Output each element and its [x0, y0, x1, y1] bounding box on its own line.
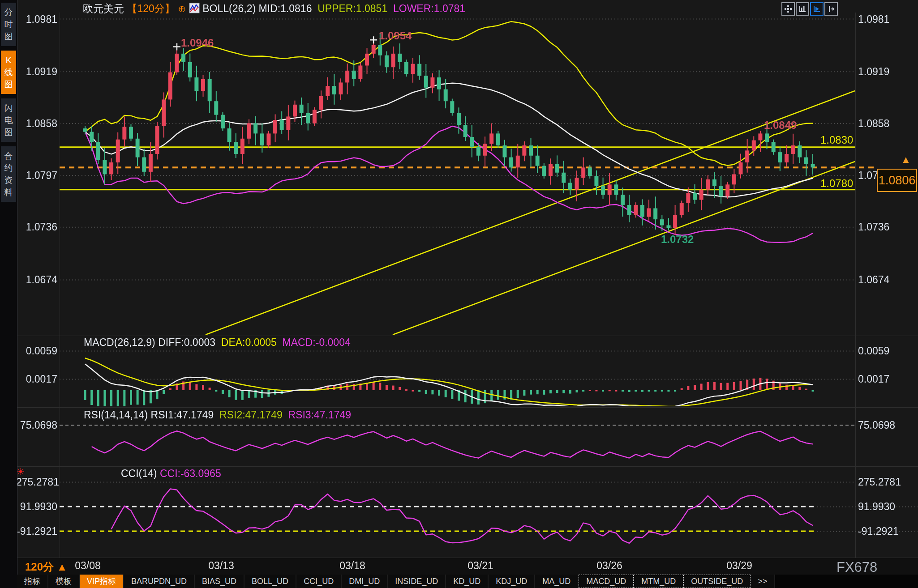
sidebar-char: 线: [1, 66, 16, 78]
plus-circle-icon[interactable]: ⊕: [178, 3, 186, 14]
toolbar-tab[interactable]: VIP指标: [80, 575, 124, 588]
period-selector[interactable]: 120分 ▲: [25, 560, 67, 574]
x-axis-date: 03/29: [719, 560, 759, 572]
cci-axis-label: -91.2921: [858, 525, 899, 537]
x-axis-date: 03/08: [68, 560, 108, 572]
toolbar-tab[interactable]: MACD_UD: [579, 575, 634, 588]
toolbar-tab[interactable]: MA_UD: [535, 575, 579, 588]
collapse-right-icon[interactable]: [824, 2, 838, 16]
macd-axis-label: 0.0059: [858, 345, 899, 357]
cci-axis-label: 275.2781: [16, 476, 57, 488]
sidebar-char: 图: [1, 78, 16, 90]
period-badge[interactable]: 【120分】: [127, 3, 175, 14]
x-axis-date: 03/13: [201, 560, 241, 572]
macd-dea-value: DEA:0.0005: [221, 337, 277, 348]
toolbar-tab[interactable]: OUTSIDE_UD: [683, 575, 751, 588]
rsi3-value: RSI3:47.1749: [288, 409, 352, 421]
boll-lower: LOWER:1.0781: [393, 3, 465, 14]
cci-axis-label: 275.2781: [858, 476, 899, 488]
sidebar-char: 分: [1, 6, 16, 18]
price-arrow-icon[interactable]: ▲: [901, 154, 911, 166]
sidebar-char: K: [1, 54, 16, 66]
y-axis-label: 1.0981: [858, 13, 899, 26]
chart-header: 欧元美元 【120分】 ⊕ BOLL(26,2) MID:1.0816 UPPE…: [83, 2, 465, 16]
toolbar-tab[interactable]: DMI_UD: [342, 575, 388, 588]
boll-label: BOLL(26,2): [202, 3, 256, 14]
rsi-axis-label: 75.0698: [858, 419, 899, 431]
last-price-tag: 1.0806: [877, 169, 917, 192]
y-axis-label: 1.0858: [858, 118, 899, 130]
rsi-readout: RSI(14,14,14) RSI1:47.1749 RSI2:47.1749 …: [84, 409, 351, 421]
macd-title: MACD(26,12,9): [84, 337, 155, 348]
macd-axis-label: 0.0059: [16, 345, 57, 357]
sidebar-char: 合: [1, 150, 16, 162]
sidebar-char: 时: [1, 18, 16, 30]
sidebar-char: 料: [1, 186, 16, 198]
y-axis-label: 1.0674: [858, 274, 899, 286]
toolbar-tab[interactable]: BIAS_UD: [195, 575, 245, 588]
y-axis-label: 1.0919: [16, 66, 57, 78]
y-axis-label: 1.0674: [16, 274, 57, 286]
x-axis-date: 03/18: [332, 560, 373, 572]
macd-axis-label: 0.0017: [858, 373, 899, 385]
toolbar-tab[interactable]: MTM_UD: [634, 575, 683, 588]
sidebar-char: 闪: [1, 102, 16, 114]
toolbar-tab[interactable]: BARUPDN_UD: [124, 575, 195, 588]
swing-high-annotation: 1.0946: [181, 37, 214, 49]
chart-terminal: 分时图 K线图 闪电图 合约资料 欧元美元 【120分】 ⊕ BOLL(26,2…: [0, 0, 918, 588]
swing-high-annotation: 1.0954: [379, 30, 412, 42]
sidebar-item-contract-info[interactable]: 合约资料: [1, 146, 16, 202]
sidebar-item-kline-chart[interactable]: K线图: [1, 51, 16, 94]
rsi1-value: RSI1:47.1749: [151, 409, 214, 421]
rsi-axis-label: 75.0698: [16, 419, 57, 431]
macd-readout: MACD(26,12,9) DIFF:0.0003 DEA:0.0005 MAC…: [84, 337, 351, 349]
y-axis-label: 1.0981: [16, 13, 57, 26]
sidebar-char: 图: [1, 126, 16, 138]
cci-axis-label: 91.9930: [858, 501, 899, 513]
price-chart-canvas[interactable]: [0, 0, 918, 588]
x-axis-date: 03/26: [589, 560, 630, 572]
chart-type-icon[interactable]: [189, 3, 200, 13]
toolbar-tab[interactable]: 指标: [17, 575, 48, 588]
toolbar-tab[interactable]: 模板: [48, 575, 80, 588]
sidebar-char: 电: [1, 114, 16, 126]
support-level-label: 1.0780: [820, 177, 853, 190]
y-axis-label: 1.0797: [16, 170, 57, 182]
cci-title: CCI(14): [121, 468, 157, 479]
boll-upper: UPPER:1.0851: [317, 3, 387, 14]
sidebar-char: 资: [1, 174, 16, 186]
cci-axis-label: 91.9930: [16, 501, 57, 513]
sidebar: 分时图 K线图 闪电图 合约资料: [0, 0, 17, 588]
sidebar-item-lightning-chart[interactable]: 闪电图: [1, 98, 16, 142]
cci-readout: CCI(14) CCI:-63.0965: [121, 468, 221, 480]
swing-high-annotation: 1.0849: [764, 119, 797, 132]
toolbar-more-button[interactable]: >>: [751, 575, 775, 588]
toolbar-tab[interactable]: INSIDE_UD: [388, 575, 446, 588]
boll-mid: MID:1.0816: [259, 3, 312, 14]
indicator-toolbar: 指标模板VIP指标BARUPDN_UDBIAS_UDBOLL_UDCCI_UDD…: [17, 575, 918, 588]
toolbar-tab[interactable]: BOLL_UD: [245, 575, 296, 588]
toolbar-tab[interactable]: KDJ_UD: [489, 575, 535, 588]
rsi2-value: RSI2:47.1749: [219, 409, 283, 421]
resistance-level-label: 1.0830: [820, 134, 853, 146]
toolbar-tab[interactable]: KD_UD: [446, 575, 489, 588]
pan-tool-icon[interactable]: [781, 2, 795, 16]
cci-value: CCI:-63.0965: [160, 468, 221, 479]
y-axis-label: 1.0919: [858, 66, 899, 78]
y-axis-label: 1.0736: [858, 221, 899, 233]
macd-value: MACD:-0.0004: [283, 337, 351, 348]
toolbar-tab[interactable]: CCI_UD: [296, 575, 342, 588]
watermark: FX678: [836, 559, 877, 575]
y-axis-label: 1.0858: [16, 118, 57, 130]
axis-scale-icon[interactable]: [796, 2, 809, 16]
symbol-title: 欧元美元: [83, 3, 124, 14]
sidebar-char: 约: [1, 162, 16, 174]
rsi-title: RSI(14,14,14): [84, 409, 148, 421]
period-arrow-icon: ▲: [57, 561, 68, 573]
swing-low-annotation: 1.0732: [661, 233, 694, 246]
macd-diff-value: DIFF:0.0003: [158, 337, 215, 348]
sidebar-char: 图: [1, 30, 16, 43]
sidebar-item-time-chart[interactable]: 分时图: [1, 3, 16, 46]
y-axis-label: 1.0736: [16, 221, 57, 233]
axis-play-icon[interactable]: [810, 2, 824, 16]
